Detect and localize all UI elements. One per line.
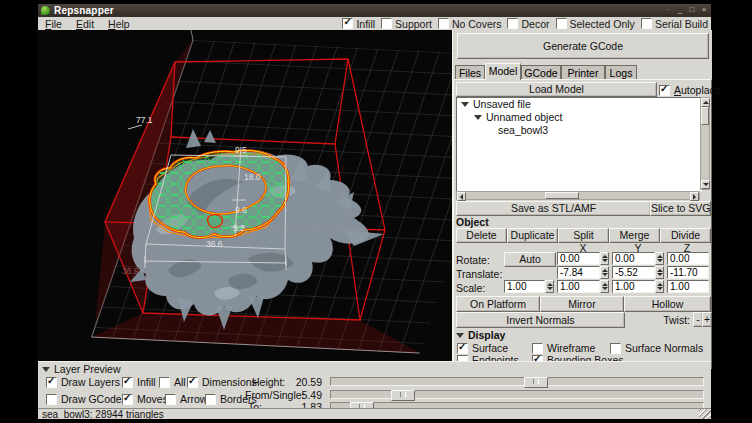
translate-x-spinner[interactable]: -7.84 bbox=[557, 266, 609, 279]
autoplace-toggle[interactable]: Autoplace bbox=[659, 84, 721, 96]
scroll-up-icon[interactable] bbox=[701, 98, 710, 107]
moves-checkbox[interactable] bbox=[122, 394, 133, 405]
menu-help[interactable]: Help bbox=[101, 18, 137, 30]
spin-arrows-icon[interactable] bbox=[600, 252, 609, 265]
surface-checkbox[interactable] bbox=[457, 343, 468, 354]
window-menu-icon[interactable]: · bbox=[663, 5, 673, 15]
draw-layers-toggle[interactable]: Draw Layers bbox=[46, 376, 120, 388]
spin-arrows-icon[interactable] bbox=[655, 266, 664, 279]
scroll-down-icon[interactable] bbox=[701, 180, 710, 189]
tab-printer[interactable]: Printer bbox=[561, 65, 605, 79]
gl-scene[interactable]: 77.1 9.5 18.0 9.6 5.2 36.6 36.9 bbox=[38, 30, 452, 361]
autoplace-checkbox[interactable] bbox=[659, 85, 670, 96]
titlebar[interactable]: Repsnapper · _ □ × bbox=[38, 4, 711, 17]
merge-button[interactable]: Merge bbox=[609, 228, 660, 243]
toggle-infill[interactable]: Infill bbox=[342, 18, 375, 30]
translate-z-spinner[interactable]: -11.70 bbox=[667, 266, 709, 279]
generate-gcode-button[interactable]: Generate GCode bbox=[457, 33, 709, 59]
save-stl-button[interactable]: Save as STL/AMF bbox=[456, 201, 651, 216]
tree-item-unnamed-object[interactable]: Unnamed object bbox=[457, 111, 701, 124]
split-button[interactable]: Split bbox=[558, 228, 609, 243]
expander-icon[interactable] bbox=[461, 102, 469, 107]
model-tree[interactable]: Unsaved file Unnamed object sea_bowl3 bbox=[456, 97, 702, 192]
tree-vscrollbar[interactable] bbox=[700, 97, 710, 190]
close-icon[interactable]: × bbox=[699, 5, 709, 15]
spin-arrows-icon[interactable] bbox=[655, 252, 664, 265]
menu-file[interactable]: File bbox=[38, 18, 69, 30]
load-model-button[interactable]: Load Model bbox=[456, 82, 657, 97]
spin-arrows-icon[interactable] bbox=[545, 280, 554, 293]
moves-toggle[interactable]: Moves bbox=[122, 393, 168, 405]
draw-gcode-toggle[interactable]: Draw GCode bbox=[46, 393, 122, 405]
resize-grip[interactable] bbox=[699, 409, 711, 419]
infill-preview-checkbox[interactable] bbox=[122, 377, 133, 388]
rotate-y-spinner[interactable]: 0.00 bbox=[612, 252, 664, 265]
arrows-checkbox[interactable] bbox=[165, 394, 176, 405]
tab-logs[interactable]: Logs bbox=[605, 65, 637, 79]
twist-plus-button[interactable]: + bbox=[702, 312, 712, 327]
hscroll-thumb[interactable] bbox=[545, 192, 579, 199]
dimensions-toggle[interactable]: Dimensions bbox=[187, 376, 257, 388]
tree-hscrollbar[interactable] bbox=[456, 191, 700, 200]
spin-arrows-icon[interactable] bbox=[600, 280, 609, 293]
scale-y-spinner[interactable]: 1.00 bbox=[612, 280, 664, 293]
slice-to-svg-button[interactable]: Slice to SVG bbox=[650, 201, 711, 216]
hollow-button[interactable]: Hollow bbox=[624, 296, 711, 312]
dimensions-checkbox[interactable] bbox=[187, 377, 198, 388]
borders-checkbox[interactable] bbox=[205, 394, 216, 405]
tree-item-sea-bowl3[interactable]: sea_bowl3 bbox=[457, 124, 701, 137]
all-toggle[interactable]: All bbox=[159, 376, 186, 388]
rotate-z-spinner[interactable]: 0.00 bbox=[667, 252, 709, 265]
spin-arrows-icon[interactable] bbox=[655, 280, 664, 293]
tab-model[interactable]: Model bbox=[485, 63, 521, 80]
toggle-decor[interactable]: Decor bbox=[507, 18, 549, 30]
3d-viewport[interactable]: 77.1 9.5 18.0 9.6 5.2 36.6 36.9 bbox=[38, 30, 452, 361]
support-checkbox[interactable] bbox=[381, 18, 392, 29]
scale-z-spinner[interactable]: 1.00 bbox=[667, 280, 709, 293]
scale-x-spinner[interactable]: 1.00 bbox=[557, 280, 609, 293]
duplicate-button[interactable]: Duplicate bbox=[507, 228, 558, 243]
toggle-serial-build[interactable]: Serial Build bbox=[641, 18, 708, 30]
from-single-slider-handle[interactable] bbox=[391, 390, 415, 401]
translate-y-spinner[interactable]: -5.52 bbox=[612, 266, 664, 279]
divide-button[interactable]: Divide bbox=[660, 228, 711, 243]
auto-rotate-button[interactable]: Auto bbox=[504, 252, 556, 267]
scroll-left-icon[interactable] bbox=[457, 192, 466, 201]
toggle-no-covers[interactable]: No Covers bbox=[438, 18, 502, 30]
display-section-expander[interactable]: Display bbox=[456, 329, 505, 341]
infill-checkbox[interactable] bbox=[342, 18, 353, 29]
tab-gcode[interactable]: GCode bbox=[521, 65, 561, 79]
toggle-selected-only[interactable]: Selected Only bbox=[556, 18, 635, 30]
toggle-support[interactable]: Support bbox=[381, 18, 432, 30]
no-covers-checkbox[interactable] bbox=[438, 18, 449, 29]
wireframe-toggle[interactable]: Wireframe bbox=[532, 342, 595, 354]
from-single-slider[interactable] bbox=[330, 390, 704, 399]
surface-normals-checkbox[interactable] bbox=[610, 343, 621, 354]
delete-button[interactable]: Delete bbox=[456, 228, 507, 243]
layer-preview-expander[interactable]: Layer Preview bbox=[42, 363, 121, 375]
menu-edit[interactable]: Edit bbox=[69, 18, 101, 30]
draw-gcode-checkbox[interactable] bbox=[46, 394, 57, 405]
mirror-button[interactable]: Mirror bbox=[540, 296, 624, 312]
vscroll-thumb[interactable] bbox=[701, 107, 709, 125]
maximize-icon[interactable]: □ bbox=[687, 5, 697, 15]
invert-normals-button[interactable]: Invert Normals bbox=[456, 312, 625, 328]
spin-arrows-icon[interactable] bbox=[600, 266, 609, 279]
tree-item-unsaved-file[interactable]: Unsaved file bbox=[457, 98, 701, 111]
surface-normals-toggle[interactable]: Surface Normals bbox=[610, 342, 703, 354]
on-platform-button[interactable]: On Platform bbox=[456, 296, 540, 312]
height-slider[interactable] bbox=[330, 377, 704, 386]
infill-preview-toggle[interactable]: Infill bbox=[122, 376, 156, 388]
expander-icon[interactable] bbox=[474, 115, 482, 120]
height-slider-handle[interactable] bbox=[524, 377, 548, 388]
surface-toggle[interactable]: Surface bbox=[457, 342, 508, 354]
rotate-x-spinner[interactable]: 0.00 bbox=[557, 252, 609, 265]
decor-checkbox[interactable] bbox=[507, 18, 518, 29]
scale-uniform-spinner[interactable]: 1.00 bbox=[504, 280, 554, 293]
draw-layers-checkbox[interactable] bbox=[46, 377, 57, 388]
selected-only-checkbox[interactable] bbox=[556, 18, 567, 29]
serial-build-checkbox[interactable] bbox=[641, 18, 652, 29]
all-checkbox[interactable] bbox=[159, 377, 170, 388]
minimize-icon[interactable]: _ bbox=[675, 5, 685, 15]
scroll-right-icon[interactable] bbox=[690, 192, 699, 201]
